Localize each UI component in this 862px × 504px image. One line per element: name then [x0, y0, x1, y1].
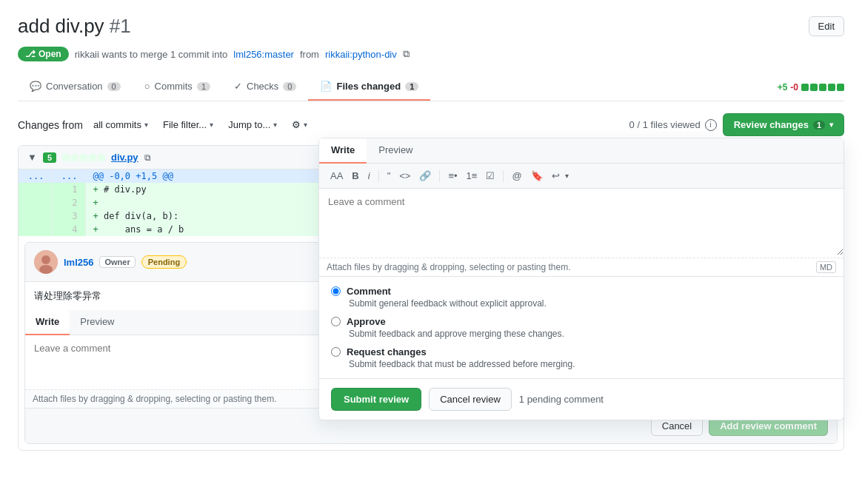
pr-icon: ⎇ — [25, 49, 36, 59]
option-comment-desc: Submit general feedback without explicit… — [331, 298, 832, 309]
avatar — [34, 250, 58, 274]
chevron-down-icon: ▾ — [829, 121, 833, 129]
option-comment-label[interactable]: Comment — [347, 286, 391, 297]
fmt-ordered-list-button[interactable]: 1≡ — [463, 168, 481, 184]
files-toolbar: Changes from all commits ▾ File filter..… — [18, 113, 844, 136]
attach-text: Attach files by dragging & dropping, sel… — [33, 394, 277, 404]
tab-conversation[interactable]: 💬 Conversation 0 — [18, 73, 133, 101]
review-panel-tabs: Write Preview — [319, 138, 843, 164]
chevron-down-icon: ▾ — [304, 121, 307, 129]
pending-badge: Pending — [141, 255, 187, 269]
review-textarea[interactable] — [319, 189, 843, 255]
review-tab-write[interactable]: Write — [319, 138, 367, 164]
svg-point-2 — [39, 265, 53, 274]
chevron-down-icon: ▾ — [210, 121, 213, 129]
option-approve: Approve Submit feedback and approve merg… — [331, 316, 832, 339]
diff-box-4 — [828, 84, 835, 91]
chevron-down-icon: ▾ — [273, 121, 277, 129]
info-icon[interactable]: i — [705, 119, 717, 131]
settings-dropdown[interactable]: ⚙ ▾ — [287, 116, 312, 133]
changes-label: Changes from — [18, 119, 83, 131]
option-request-changes-label[interactable]: Request changes — [347, 346, 427, 357]
fmt-mention-button[interactable]: @ — [508, 168, 525, 184]
edit-button[interactable]: Edit — [809, 16, 844, 36]
cancel-review-button[interactable]: Cancel review — [429, 388, 512, 411]
review-attach-row: Attach files by dragging & dropping, sel… — [319, 258, 843, 276]
jump-to-dropdown[interactable]: Jump to... ▾ — [224, 116, 281, 133]
base-branch-link[interactable]: lml256:master — [233, 49, 294, 60]
fmt-link-button[interactable]: 🔗 — [415, 168, 435, 184]
attach-text: Attach files by dragging & dropping, sel… — [327, 262, 571, 272]
review-options: Comment Submit general feedback without … — [319, 276, 843, 378]
pr-meta: ⎇ Open rikkaii wants to merge 1 commit i… — [18, 47, 844, 61]
tab-preview[interactable]: Preview — [70, 310, 124, 335]
markdown-icon: MD — [816, 261, 836, 273]
expand-icon[interactable]: ▼ — [27, 152, 37, 163]
radio-comment[interactable] — [331, 286, 341, 296]
tab-files-changed[interactable]: 📄 Files changed 1 — [308, 73, 430, 101]
commenter-name[interactable]: lml256 — [64, 257, 93, 268]
review-changes-button[interactable]: Review changes 1 ▾ — [723, 113, 844, 136]
owner-badge: Owner — [99, 256, 135, 268]
tab-checks[interactable]: ✓ Checks 0 — [222, 73, 308, 101]
file-name-link[interactable]: div.py — [111, 152, 138, 163]
fmt-quote-button[interactable]: " — [384, 168, 395, 184]
svg-point-1 — [41, 255, 50, 264]
avatar-image — [34, 250, 58, 274]
pr-description: rikkaii wants to merge 1 commit into — [75, 49, 228, 60]
tab-write[interactable]: Write — [25, 310, 70, 335]
option-request-changes: Request changes Submit feedback that mus… — [331, 346, 832, 369]
diff-box-1 — [801, 84, 809, 91]
review-footer: Submit review Cancel review 1 pending co… — [319, 378, 843, 420]
fmt-unordered-list-button[interactable]: ≡• — [444, 168, 461, 184]
fmt-bookmark-button[interactable]: 🔖 — [527, 168, 547, 184]
tab-commits[interactable]: ○ Commits 1 — [133, 73, 222, 101]
files-viewed: 0 / 1 files viewed i — [629, 119, 717, 131]
diff-boxes — [801, 84, 844, 91]
main-content: ▼ 5 div.py ⧉ . — [18, 145, 844, 463]
format-toolbar: AA B i " <> 🔗 ≡• 1≡ ☑ @ 🔖 ↩ ▾ — [319, 164, 843, 189]
more-chevron[interactable]: ▾ — [565, 172, 569, 180]
option-comment: Comment Submit general feedback without … — [331, 286, 832, 309]
diff-box-5 — [837, 84, 844, 91]
submit-review-button[interactable]: Submit review — [331, 388, 421, 411]
option-approve-label[interactable]: Approve — [347, 316, 386, 327]
fmt-task-list-button[interactable]: ☑ — [482, 168, 498, 184]
fmt-separator-3 — [503, 170, 504, 182]
fmt-separator-2 — [439, 170, 440, 182]
diff-box-2 — [810, 84, 818, 91]
pending-count: 1 pending comment — [519, 394, 604, 405]
pr-title-row: add div.py #1 Edit — [18, 15, 844, 38]
pr-tabs: 💬 Conversation 0 ○ Commits 1 ✓ Checks 0 … — [18, 73, 844, 101]
diff-box-3 — [819, 84, 826, 91]
compare-icon[interactable]: ⧉ — [403, 48, 410, 60]
chevron-down-icon: ▾ — [144, 121, 148, 129]
file-filter-dropdown[interactable]: File filter... ▾ — [158, 116, 218, 133]
gear-icon: ⚙ — [292, 119, 301, 130]
fmt-aa-button[interactable]: AA — [327, 168, 347, 184]
radio-approve[interactable] — [331, 317, 341, 326]
review-panel: Write Preview AA B i " <> 🔗 ≡• 1≡ ☑ @ 🔖 … — [318, 138, 844, 420]
option-request-changes-desc: Submit feedback that must be addressed b… — [331, 359, 832, 369]
fmt-code-button[interactable]: <> — [395, 168, 414, 184]
all-commits-dropdown[interactable]: all commits ▾ — [89, 116, 153, 133]
pr-status-badge: ⎇ Open — [18, 47, 69, 61]
diff-stat: +5 -0 — [778, 82, 844, 93]
head-branch-link[interactable]: rikkaii:python-div — [325, 49, 397, 60]
changed-count: 5 — [43, 152, 56, 163]
fmt-reply-button[interactable]: ↩ — [548, 168, 564, 184]
fmt-italic-button[interactable]: i — [364, 168, 374, 184]
copy-icon[interactable]: ⧉ — [144, 152, 151, 163]
review-count-badge: 1 — [813, 121, 825, 130]
review-tab-preview[interactable]: Preview — [367, 138, 424, 163]
fmt-separator — [378, 170, 379, 182]
option-approve-desc: Submit feedback and approve merging thes… — [331, 329, 832, 339]
pr-title: add div.py #1 — [18, 15, 131, 38]
radio-request-changes[interactable] — [331, 347, 341, 357]
fmt-bold-button[interactable]: B — [348, 168, 362, 184]
diff-indicator — [62, 154, 70, 161]
from-text: from — [300, 49, 319, 60]
